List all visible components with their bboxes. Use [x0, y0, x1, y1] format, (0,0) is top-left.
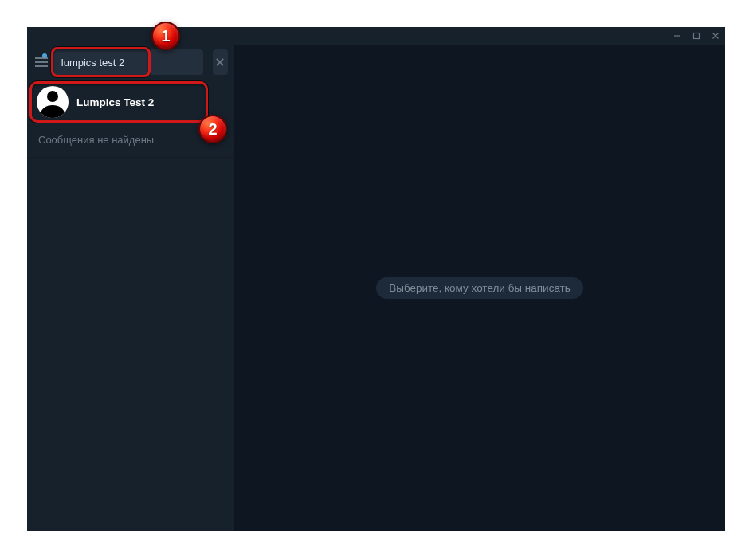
- close-button[interactable]: [706, 27, 725, 45]
- notification-dot-icon: [42, 53, 47, 58]
- main-panel: Выберите, кому хотели бы написать: [234, 45, 725, 531]
- app-body: Lumpics Test 2 Сообщения не найдены Выбе…: [27, 45, 725, 531]
- maximize-button[interactable]: [687, 27, 706, 45]
- avatar: [37, 86, 69, 118]
- menu-icon: [35, 57, 48, 67]
- minimize-button[interactable]: [668, 27, 687, 45]
- search-wrap: [53, 49, 203, 75]
- result-name: Lumpics Test 2: [76, 96, 154, 108]
- clear-search-button[interactable]: [213, 49, 228, 75]
- search-row: [27, 45, 234, 80]
- search-result-item[interactable]: Lumpics Test 2: [27, 80, 234, 124]
- search-input[interactable]: [53, 49, 203, 75]
- empty-state-prompt: Выберите, кому хотели бы написать: [376, 277, 583, 299]
- sidebar: Lumpics Test 2 Сообщения не найдены: [27, 45, 234, 531]
- close-icon: [215, 57, 225, 67]
- title-bar: [27, 27, 725, 45]
- no-messages-label: Сообщения не найдены: [27, 124, 234, 158]
- menu-button[interactable]: [35, 50, 49, 74]
- svg-rect-1: [694, 33, 700, 39]
- search-result-wrap: Lumpics Test 2: [27, 80, 234, 124]
- app-window: Lumpics Test 2 Сообщения не найдены Выбе…: [27, 27, 725, 531]
